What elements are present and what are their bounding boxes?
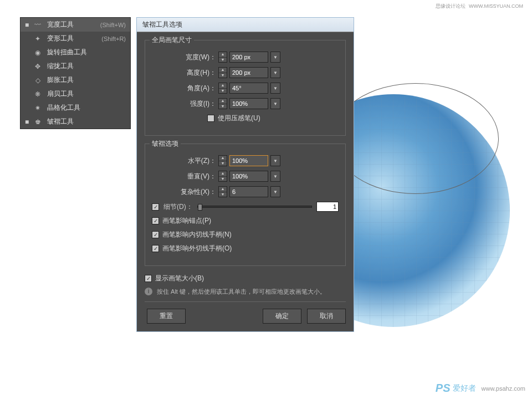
angle-stepper[interactable]: ▲▼ [218, 83, 227, 94]
detail-checkbox[interactable]: ✓ [152, 203, 159, 211]
showbrush-row[interactable]: ✓ 显示画笔大小(B) [145, 274, 346, 283]
pucker-tool-icon: ✥ [33, 62, 43, 71]
width-field[interactable]: 200 px [229, 52, 268, 63]
outtan-row[interactable]: ✓ 画笔影响外切线手柄(O) [152, 244, 339, 253]
angle-field[interactable]: 45° [229, 83, 268, 94]
tool-width[interactable]: ■ 〰 宽度工具 (Shift+W) [21, 18, 130, 32]
complex-label: 复杂性(X)： [166, 187, 216, 197]
ok-button[interactable]: 确定 [263, 309, 301, 324]
tool-pucker[interactable]: ✥ 缩拢工具 [21, 59, 130, 73]
dialog-title: 皱褶工具选项 [137, 18, 354, 32]
info-icon: i [145, 288, 152, 295]
global-brush-group: 全局画笔尺寸 宽度(W)： ▲▼ 200 px ▼ 高度(H)： ▲▼ 200 … [145, 40, 346, 136]
hint-row: i 按住 Alt 键，然后使用该工具单击，即可相应地更改画笔大小。 [145, 288, 346, 296]
detail-label: 细节(D)： [163, 202, 193, 212]
horiz-label: 水平(Z)： [166, 156, 216, 166]
anchor-row[interactable]: ✓ 画笔影响锚点(P) [152, 216, 339, 226]
anchor-checkbox[interactable]: ✓ [152, 217, 159, 224]
detail-value[interactable]: 1 [316, 202, 339, 212]
tool-palette: ■ 〰 宽度工具 (Shift+W) ✦ 变形工具 (Shift+R) ◉ 旋转… [20, 17, 131, 129]
outtan-checkbox[interactable]: ✓ [152, 245, 159, 252]
scallop-tool-icon: ❋ [33, 90, 43, 99]
warp-tool-icon: ✦ [33, 34, 43, 43]
intan-row[interactable]: ✓ 画笔影响内切线手柄(N) [152, 230, 339, 239]
tool-crystallize[interactable]: ✷ 晶格化工具 [21, 101, 130, 115]
reset-button[interactable]: 重置 [147, 309, 186, 324]
globe-wireframe [332, 83, 499, 194]
cancel-button[interactable]: 取消 [307, 309, 346, 324]
wrinkle-options-group: 皱褶选项 水平(Z)： ▲▼ 100% ▼ 垂直(V)： ▲▼ 100% ▼ 复… [145, 144, 346, 266]
wrinkle-tool-icon: ♚ [33, 117, 43, 126]
twirl-tool-icon: ◉ [33, 48, 43, 57]
angle-label: 角度(A)： [166, 84, 216, 93]
width-dropdown[interactable]: ▼ [270, 52, 280, 63]
height-stepper[interactable]: ▲▼ [218, 67, 227, 78]
watermark-top: 思缘设计论坛WWW.MISSYUAN.COM [432, 2, 523, 10]
height-dropdown[interactable]: ▼ [270, 67, 280, 78]
width-stepper[interactable]: ▲▼ [218, 52, 227, 63]
showbrush-checkbox[interactable]: ✓ [145, 275, 152, 282]
complex-stepper[interactable]: ▲▼ [218, 186, 227, 197]
tool-scallop[interactable]: ❋ 扇贝工具 [21, 87, 130, 101]
intan-checkbox[interactable]: ✓ [152, 231, 159, 238]
watermark-bottom: PS 爱好者 www.psahz.com [436, 382, 525, 395]
detail-slider[interactable] [197, 206, 312, 208]
horiz-stepper[interactable]: ▲▼ [218, 155, 227, 166]
separator [145, 301, 346, 302]
wrinkle-tool-options-dialog: 皱褶工具选项 全局画笔尺寸 宽度(W)： ▲▼ 200 px ▼ 高度(H)： … [136, 17, 354, 332]
vert-dropdown[interactable]: ▼ [270, 171, 280, 182]
tool-twirl[interactable]: ◉ 旋转扭曲工具 [21, 45, 130, 59]
height-field[interactable]: 200 px [229, 67, 268, 78]
tool-wrinkle[interactable]: ■ ♚ 皱褶工具 [21, 115, 130, 129]
pressure-checkbox[interactable] [207, 115, 214, 122]
bloat-tool-icon: ◇ [33, 76, 43, 85]
vert-stepper[interactable]: ▲▼ [218, 171, 227, 182]
intensity-dropdown[interactable]: ▼ [270, 98, 280, 109]
complex-dropdown[interactable]: ▼ [270, 186, 280, 197]
tool-bloat[interactable]: ◇ 膨胀工具 [21, 73, 130, 87]
tool-warp[interactable]: ✦ 变形工具 (Shift+R) [21, 32, 130, 45]
angle-dropdown[interactable]: ▼ [270, 83, 280, 94]
vert-label: 垂直(V)： [166, 172, 216, 181]
width-tool-icon: 〰 [33, 21, 43, 29]
width-label: 宽度(W)： [166, 53, 216, 62]
pressure-checkbox-row[interactable]: 使用压感笔(U) [152, 114, 339, 123]
horiz-dropdown[interactable]: ▼ [270, 155, 280, 166]
intensity-label: 强度(I)： [166, 99, 216, 109]
height-label: 高度(H)： [166, 68, 216, 78]
horiz-field[interactable]: 100% [229, 155, 268, 166]
crystallize-tool-icon: ✷ [33, 104, 43, 112]
complex-field[interactable]: 6 [229, 186, 268, 197]
intensity-field[interactable]: 100% [229, 98, 268, 109]
vert-field[interactable]: 100% [229, 171, 268, 182]
intensity-stepper[interactable]: ▲▼ [218, 98, 227, 109]
